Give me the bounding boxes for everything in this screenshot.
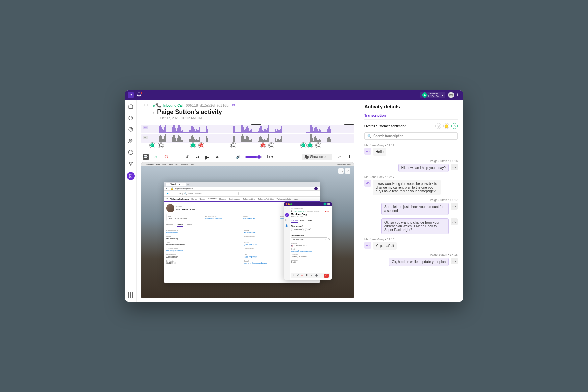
nav-clipboard-icon[interactable]: [127, 172, 135, 180]
browser-back-icon[interactable]: ‹: [166, 187, 167, 190]
sentiment-happy-icon[interactable]: ☺: [451, 123, 458, 129]
add-icon[interactable]: ➕: [315, 274, 318, 277]
message-bubble[interactable]: Yup, that's it: [373, 242, 397, 250]
agent-avatar: [451, 218, 458, 225]
panel-toggle-icon[interactable]: ⊪: [457, 93, 460, 97]
show-screen-button[interactable]: 🎥Show screen: [302, 154, 332, 160]
notifications-icon[interactable]: [137, 92, 142, 98]
call-type-label: Inbound Call: [163, 104, 184, 107]
call-id: 006118fd12e526hjq310bn: [186, 104, 230, 107]
message-bubble[interactable]: Ok, hold on while I update your plan: [389, 258, 449, 266]
availability-status[interactable]: ◆ Available 01:25:43 ▾: [420, 92, 445, 98]
details-title: Activity details: [364, 104, 458, 109]
play-button[interactable]: ▶: [204, 154, 210, 160]
td-home-icon[interactable]: ⌂: [285, 207, 289, 211]
download-icon[interactable]: ⬇: [346, 155, 352, 159]
keypad-icon[interactable]: ⠿: [306, 274, 309, 277]
mute-icon[interactable]: 🎤: [297, 274, 300, 277]
agent-waveform: [141, 134, 354, 143]
sentiment-marker-neutral[interactable]: 💬: [316, 143, 321, 148]
tab-transcription[interactable]: Transcription: [364, 112, 386, 119]
popout-icon[interactable]: ⤢: [345, 168, 350, 174]
sentiment-marker-negative[interactable]: ☹: [260, 143, 266, 148]
transcript-search[interactable]: 🔍: [364, 132, 458, 140]
sentiment-marker-neutral[interactable]: 💬: [230, 143, 236, 148]
record-icon[interactable]: ●: [301, 274, 305, 277]
browser-tab[interactable]: ☁Salesforce×: [166, 183, 186, 186]
edit-icon[interactable]: ✎: [328, 238, 330, 240]
topbar: :t ◆ Available 01:25:43 ▾ CO ⊪: [125, 90, 463, 100]
fullscreen-icon[interactable]: ⛶: [338, 168, 344, 174]
status-indicator-icon: ◆: [421, 92, 428, 98]
sentiment-marker-positive[interactable]: ☺: [190, 143, 196, 148]
nav-people-icon[interactable]: [127, 138, 134, 144]
nav-apps-icon[interactable]: [128, 292, 134, 298]
waveform[interactable]: 09:37 10:43 MG: [141, 125, 354, 144]
sf-search-input[interactable]: [188, 193, 237, 195]
playhead[interactable]: [256, 125, 256, 144]
comment-icon[interactable]: 💬: [143, 154, 149, 160]
screen-recording-view: Chrome File Edit View Go Window Help Mon…: [141, 162, 354, 298]
svg-point-2: [129, 139, 130, 141]
drag-handle-icon[interactable]: ⋮⋮: [143, 104, 149, 107]
message-bubble[interactable]: Hello: [373, 148, 386, 156]
td-list-icon[interactable]: ≡: [285, 219, 289, 222]
user-avatar[interactable]: CO: [448, 92, 454, 98]
sentiment-marker-positive[interactable]: ☺: [307, 143, 313, 148]
customer-avatar: MG: [364, 180, 371, 187]
browser-fwd-icon[interactable]: ›: [168, 187, 169, 190]
volume-icon[interactable]: 🔊: [235, 155, 241, 159]
back-button[interactable]: ‹: [153, 109, 154, 115]
message-bubble[interactable]: Sure, let me just check your account for…: [381, 203, 449, 215]
sentiment-neutral-icon[interactable]: 😐: [443, 123, 449, 129]
transcript-message: Ok, so you want to change from your curr…: [364, 218, 458, 234]
message-bubble[interactable]: I was wondering if it would be possible …: [373, 180, 441, 195]
agent-avatar: [451, 258, 458, 264]
sf-app-launcher-icon[interactable]: ⠿: [166, 198, 168, 200]
sentiment-marker-positive[interactable]: ☺: [301, 143, 306, 148]
transfer-icon[interactable]: ↗: [311, 274, 314, 277]
sentiment-positive-icon[interactable]: ☺: [153, 155, 159, 159]
transcript-list[interactable]: Ms. Jane Grey • 17:12MGHelloPaige Sutton…: [359, 142, 463, 302]
app-window: :t ◆ Available 01:25:43 ▾ CO ⊪: [125, 90, 463, 302]
nav-home-icon[interactable]: [127, 103, 134, 110]
app-logo[interactable]: :t: [128, 92, 134, 98]
url-input[interactable]: [175, 188, 313, 190]
sentiment-sad-icon[interactable]: ☹: [435, 123, 441, 129]
td-contact-select[interactable]: Ms. Jane Grey▾: [291, 237, 327, 241]
nav-dashboard-icon[interactable]: [127, 115, 134, 121]
sentiment-negative-icon[interactable]: ☹: [163, 155, 169, 159]
status-timer: 01:25:43: [428, 95, 440, 98]
nav-trophy-icon[interactable]: [127, 161, 134, 167]
more-icon[interactable]: ⋯: [320, 274, 323, 277]
sentiment-marker-positive[interactable]: ☺: [150, 143, 155, 148]
agent-avatar: [451, 203, 458, 210]
activity-details-panel: Activity details Transcription Overall c…: [359, 100, 463, 302]
transcript-message: Paige Sutton • 17:18Ok, hold on while I …: [364, 253, 458, 266]
transcript-search-input[interactable]: [373, 134, 455, 138]
td-contacts-icon[interactable]: 👤: [285, 224, 289, 228]
hangup-button[interactable]: ✆: [324, 274, 329, 278]
next-button[interactable]: ⏭: [214, 155, 220, 159]
prev-button[interactable]: ⏮: [194, 155, 200, 159]
talkdesk-widget: ⌂ ✆ ≡ 👤 ⌂ Conversations 📞Talking · 01:36…: [284, 202, 332, 280]
profile-icon[interactable]: [314, 187, 318, 190]
pause-icon[interactable]: ⏸: [292, 274, 296, 277]
new-tab-button[interactable]: +: [187, 183, 189, 186]
volume-slider[interactable]: [245, 156, 262, 158]
td-call-controls: ⏸ 🎤 ● ⠿ ↗ ➕ ⋯ ✆: [291, 273, 330, 278]
sentiment-marker-negative[interactable]: ☹: [199, 143, 204, 148]
nav-gauge-icon[interactable]: [127, 149, 134, 156]
speed-selector[interactable]: 1x ▾: [266, 155, 273, 159]
nav-explore-icon[interactable]: [127, 126, 134, 133]
sentiment-marker-neutral[interactable]: 💬: [158, 143, 164, 148]
overall-sentiment: Overall customer sentiment ☹ 😐 ☺: [359, 120, 463, 132]
td-conversations-icon[interactable]: ✆: [285, 213, 289, 217]
sentiment-marker-neutral[interactable]: 💬: [269, 143, 274, 148]
message-bubble[interactable]: Ok, so you want to change from your curr…: [381, 218, 449, 234]
popout-icon[interactable]: ⤢: [336, 155, 342, 159]
copy-icon[interactable]: ⧉: [232, 103, 235, 107]
chevron-down-icon: ▾: [442, 93, 443, 97]
replay-button[interactable]: ↺: [184, 155, 190, 159]
message-bubble[interactable]: Hi, how can I help you today?: [398, 164, 449, 172]
